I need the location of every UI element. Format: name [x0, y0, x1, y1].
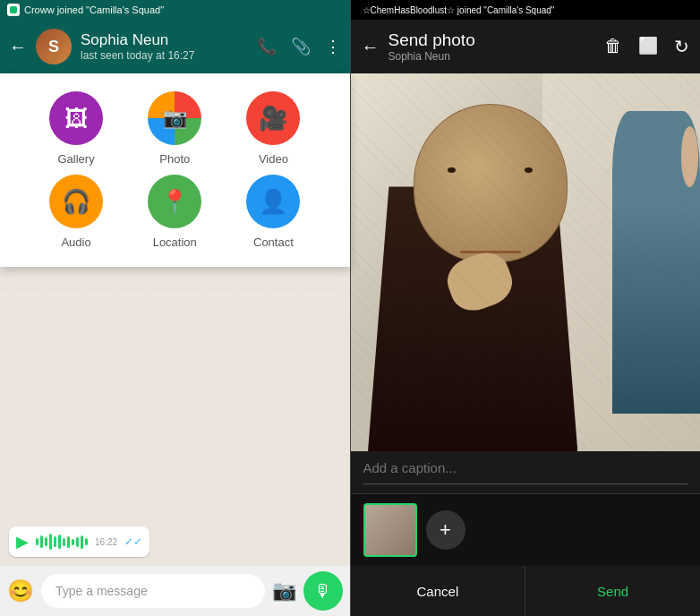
contact-avatar[interactable]: S	[36, 29, 72, 64]
header-icons: 📞 📎 ⋮	[257, 37, 341, 56]
send-photo-header: ← Send photo Sophia Neun 🗑 ⬜ ↻	[351, 20, 701, 73]
thumbnail-strip: +	[351, 494, 701, 566]
cancel-button[interactable]: Cancel	[351, 566, 526, 616]
left-status-bar: Croww joined "Camilla's Squad"	[0, 0, 350, 20]
voice-message-bubble: ▶ 16:22 ✓✓	[9, 526, 149, 557]
cancel-label: Cancel	[417, 584, 459, 599]
add-photo-button[interactable]: +	[426, 510, 465, 550]
camera-button[interactable]: 📷	[272, 579, 296, 603]
header-info: Sophia Neun last seen today at 16:27	[81, 31, 248, 62]
photo-icon: 📷	[163, 107, 187, 130]
chat-input-bar: 😊 Type a message 📷 🎙	[0, 566, 350, 616]
plus-icon: +	[440, 518, 451, 542]
send-photo-title: Send photo	[388, 30, 596, 50]
attachment-menu: 🖼 Gallery 📷 Photo 🎥 Video 🎧 Audio	[0, 73, 350, 267]
right-back-button[interactable]: ←	[362, 37, 380, 57]
gallery-label: Gallery	[57, 152, 94, 166]
delete-icon[interactable]: 🗑	[604, 36, 622, 57]
photo-canvas	[351, 73, 701, 451]
contact-icon-circle: 👤	[246, 175, 300, 228]
thumbnail-1[interactable]	[363, 503, 417, 557]
back-button[interactable]: ←	[9, 37, 27, 57]
emoji-button[interactable]: 😊	[7, 578, 34, 603]
location-icon-circle: 📍	[148, 175, 201, 228]
photo-preview-area	[351, 73, 701, 451]
sketch-photo	[351, 73, 701, 451]
attach-photo[interactable]: 📷 Photo	[125, 91, 224, 166]
location-label: Location	[153, 235, 197, 249]
action-buttons: Cancel Send	[351, 566, 701, 616]
crop-icon[interactable]: ⬜	[638, 36, 658, 57]
video-icon-circle: 🎥	[246, 91, 300, 145]
send-photo-subtitle: Sophia Neun	[388, 50, 596, 63]
attach-location[interactable]: 📍 Location	[125, 175, 224, 249]
mic-icon: 🎙	[314, 581, 332, 602]
gallery-icon: 🖼	[64, 105, 88, 133]
message-time: 16:22	[95, 537, 117, 547]
contact-status: last seen today at 16:27	[81, 49, 248, 62]
gallery-icon-circle: 🖼	[49, 91, 103, 145]
caption-divider	[363, 483, 688, 484]
left-status-text: Croww joined "Camilla's Squad"	[24, 4, 164, 15]
attach-contact[interactable]: 👤 Contact	[224, 175, 322, 249]
photo-label: Photo	[159, 152, 190, 166]
contact-name: Sophia Neun	[81, 31, 248, 49]
video-icon: 🎥	[259, 105, 287, 133]
chat-header: ← S Sophia Neun last seen today at 16:27…	[0, 20, 350, 73]
right-panel: ☆ChemHasBloodlust☆ joined "Camilla's Squ…	[351, 0, 701, 616]
caption-area	[351, 451, 701, 494]
audio-icon-circle: 🎧	[49, 175, 103, 228]
contact-icon: 👤	[259, 188, 287, 216]
right-status-text: ☆ChemHasBloodlust☆ joined "Camilla's Squ…	[363, 5, 555, 15]
right-status-bar: ☆ChemHasBloodlust☆ joined "Camilla's Squ…	[351, 0, 701, 20]
attach-video[interactable]: 🎥 Video	[224, 91, 322, 166]
video-label: Video	[259, 152, 288, 166]
audio-icon: 🎧	[62, 188, 90, 216]
paperclip-icon[interactable]: 📎	[291, 37, 311, 56]
contact-label: Contact	[253, 235, 294, 249]
message-input-field[interactable]: Type a message	[41, 574, 265, 608]
thumb-face	[365, 505, 415, 555]
rotate-icon[interactable]: ↻	[674, 36, 689, 57]
message-ticks: ✓✓	[124, 535, 142, 548]
attach-gallery[interactable]: 🖼 Gallery	[27, 91, 125, 166]
voice-waveform	[36, 534, 88, 550]
play-icon[interactable]: ▶	[16, 532, 29, 552]
more-options-icon[interactable]: ⋮	[325, 37, 341, 56]
right-header-icons: 🗑 ⬜ ↻	[604, 36, 689, 57]
location-icon: 📍	[160, 188, 189, 216]
phone-icon[interactable]: 📞	[257, 37, 277, 56]
attach-audio[interactable]: 🎧 Audio	[27, 175, 125, 249]
send-label: Send	[597, 584, 628, 599]
send-photo-title-block: Send photo Sophia Neun	[388, 30, 596, 63]
sketch-lines-overlay	[351, 73, 701, 451]
audio-label: Audio	[61, 235, 90, 249]
mic-button[interactable]: 🎙	[303, 571, 343, 611]
line-app-icon	[7, 4, 20, 16]
send-button[interactable]: Send	[525, 566, 700, 616]
avatar-image: S	[36, 29, 72, 64]
caption-input[interactable]	[363, 460, 688, 475]
left-panel: Croww joined "Camilla's Squad" ← S Sophi…	[0, 0, 350, 616]
message-placeholder: Type a message	[55, 584, 148, 598]
photo-icon-circle: 📷	[148, 91, 201, 145]
